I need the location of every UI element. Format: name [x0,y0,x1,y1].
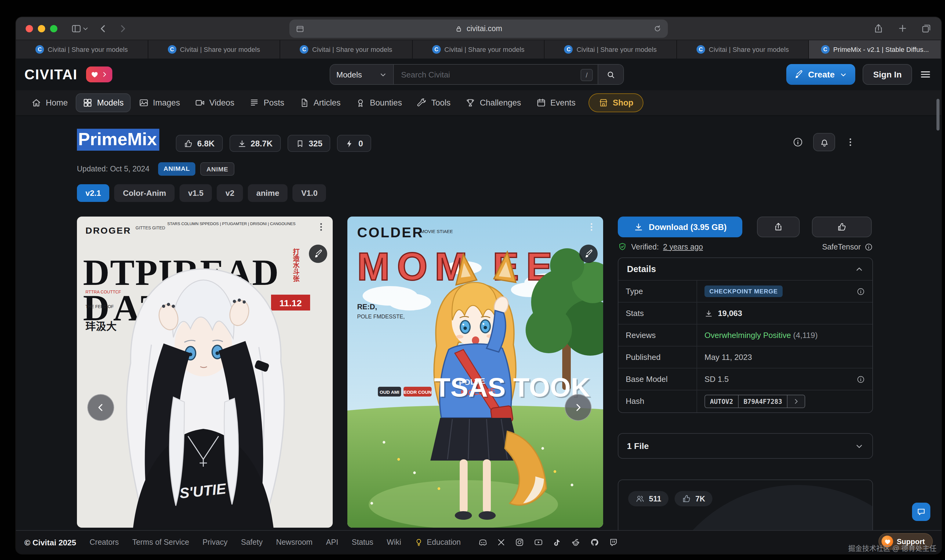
x-icon[interactable] [497,538,506,546]
reddit-icon[interactable] [571,537,581,547]
nav-item-shop[interactable]: Shop [589,93,643,112]
carousel-prev-button[interactable] [87,394,114,421]
like-model-button[interactable] [812,217,872,237]
forward-button[interactable] [117,23,128,34]
tiktok-icon[interactable] [552,538,562,547]
chat-button[interactable] [912,503,930,521]
share-model-button[interactable] [757,217,800,237]
instagram-icon[interactable] [515,537,524,547]
browser-tab-6[interactable]: CCivitai | Share your models [677,40,809,58]
nav-item-bounties[interactable]: Bounties [348,93,409,112]
details-card: Details Type CHECKPOINT MERGE Stats 19,0… [618,257,873,413]
image-menu-button[interactable] [316,222,327,232]
footer-link-privacy[interactable]: Privacy [203,538,228,546]
notify-button[interactable] [813,133,835,151]
gallery-image-card-2[interactable]: MOM EE COLDER MOVIE STIAEE RE:D, POLE FM… [347,217,603,528]
hash-expand-button[interactable] [788,395,805,408]
community-likes-pill[interactable]: 7K [675,491,712,506]
sign-in-button[interactable]: Sign In [863,64,912,85]
window-minimize-button[interactable] [38,25,45,32]
verified-time-link[interactable]: 2 years ago [663,243,703,251]
search-category-select[interactable]: Models [330,65,394,84]
version-anime[interactable]: anime [248,184,288,202]
footer-link-newsroom[interactable]: Newsroom [276,538,313,546]
window-zoom-button[interactable] [50,25,57,32]
search-button[interactable] [598,65,623,84]
create-button[interactable]: Create [786,64,855,85]
footer-link-status[interactable]: Status [351,538,373,546]
footer-link-api[interactable]: API [326,538,338,546]
downloads-stat[interactable]: 28.7K [229,135,281,152]
verified-row: Verified: 2 years ago SafeTensor [618,242,873,251]
image-menu-button[interactable] [586,222,597,232]
discord-icon[interactable] [478,537,488,547]
footer-link-education[interactable]: Education [415,538,461,546]
bookmarks-stat[interactable]: 325 [287,135,330,152]
carousel-next-button[interactable] [565,394,592,421]
nav-item-challenges[interactable]: Challenges [458,93,528,112]
page-settings-icon[interactable] [296,20,305,38]
more-options-button[interactable] [845,137,856,148]
details-header[interactable]: Details [618,258,873,280]
article-icon [299,98,309,108]
scrollbar[interactable] [936,99,939,131]
nav-item-posts[interactable]: Posts [242,93,291,112]
version-v2[interactable]: v2 [217,184,243,202]
tips-stat[interactable]: 0 [337,135,371,152]
address-bar[interactable]: civitai.com [289,20,668,38]
version-v2-1[interactable]: v2.1 [77,184,109,202]
footer-link-terms[interactable]: Terms of Service [132,538,189,546]
files-section[interactable]: 1 File [618,433,873,459]
version-color-anim[interactable]: Color-Anim [114,184,175,202]
download-button[interactable]: Download (3.95 GB) [618,217,742,237]
info-button[interactable] [792,137,803,148]
gallery-image-card-1[interactable]: DROGER GITTES GITED STARS COLUMN SPPEDOS… [77,217,333,528]
back-button[interactable] [98,23,109,34]
reload-button[interactable] [653,20,662,38]
image-remix-button[interactable] [309,245,327,263]
footer-link-creators[interactable]: Creators [90,538,119,546]
likes-stat[interactable]: 6.8K [176,135,222,152]
browser-tab-5[interactable]: CCivitai | Share your models [545,40,677,58]
version-v1-0[interactable]: V1.0 [293,184,326,202]
type-badge: CHECKPOINT MERGE [705,286,783,297]
format-label: SafeTensor [822,243,861,251]
sidebar-toggle-button[interactable] [71,23,89,34]
hash-value[interactable]: AUTOV2 B79A4F7283 [705,395,805,408]
tag-anime[interactable]: ANIME [200,162,234,176]
window-close-button[interactable] [26,25,33,32]
nav-item-models[interactable]: Models [76,93,130,112]
github-icon[interactable] [590,537,600,547]
browser-tab-2[interactable]: CCivitai | Share your models [148,40,280,58]
tab-overview-button[interactable] [921,23,931,34]
nav-item-events[interactable]: Events [529,93,583,112]
menu-button[interactable] [919,68,931,80]
info-icon[interactable] [865,243,873,251]
followers-pill[interactable]: 511 [628,491,669,506]
nav-item-images[interactable]: Images [131,93,187,112]
browser-tab-4[interactable]: CCivitai | Share your models [412,40,544,58]
footer-link-safety[interactable]: Safety [241,538,263,546]
tag-animal[interactable]: ANIMAL [158,162,195,176]
civitai-favicon: C [697,45,705,54]
search-input[interactable] [394,65,598,84]
civitai-logo[interactable]: CIVITAI [25,66,77,83]
nav-item-articles[interactable]: Articles [292,93,347,112]
info-icon[interactable] [857,375,865,383]
supporter-button[interactable] [86,66,113,82]
reviews-link[interactable]: Overwhelmingly Positive [705,331,791,340]
footer-link-wiki[interactable]: Wiki [387,538,401,546]
twitch-icon[interactable] [609,537,618,547]
share-button[interactable] [873,23,884,34]
new-tab-button[interactable] [897,23,908,34]
browser-tab-3[interactable]: CCivitai | Share your models [280,40,412,58]
youtube-icon[interactable] [533,537,543,547]
nav-item-home[interactable]: Home [25,93,74,112]
image-remix-button[interactable] [579,245,598,263]
browser-tab-1[interactable]: CCivitai | Share your models [16,40,148,58]
info-icon[interactable] [857,287,865,295]
nav-item-tools[interactable]: Tools [410,93,457,112]
version-v1-5[interactable]: v1.5 [179,184,212,202]
browser-tab-active[interactable]: CPrimeMix - v2.1 | Stable Diffus... [809,40,941,58]
nav-item-videos[interactable]: Videos [188,93,241,112]
